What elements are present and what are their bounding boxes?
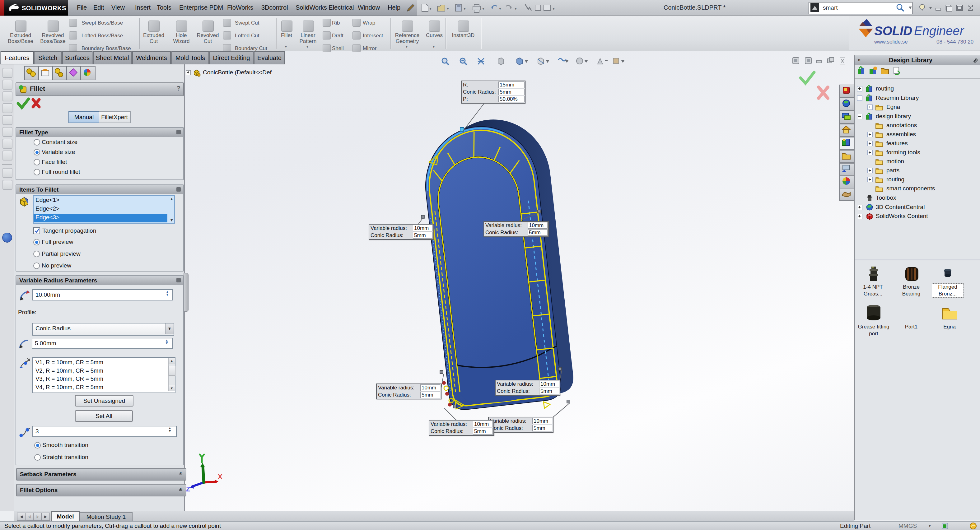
svg-text:Z: Z xyxy=(186,485,190,493)
svg-text:X: X xyxy=(218,473,223,481)
svg-text:SW: SW xyxy=(868,214,872,217)
